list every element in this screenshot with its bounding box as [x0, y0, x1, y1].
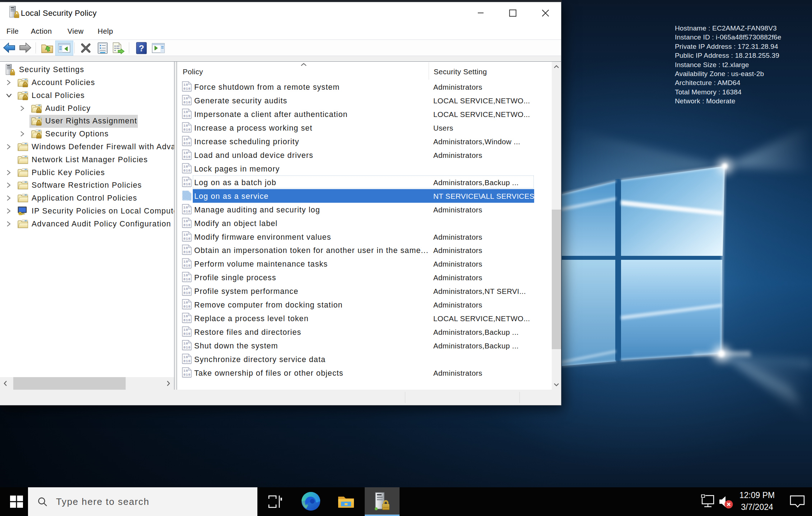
- svg-text:10: 10: [183, 355, 188, 359]
- svg-text:10: 10: [183, 151, 188, 155]
- svg-text:010: 010: [183, 182, 191, 186]
- svg-text:10: 10: [183, 137, 188, 141]
- svg-text:10: 10: [183, 314, 188, 318]
- svg-text:010: 010: [183, 87, 191, 91]
- svg-text:10: 10: [183, 233, 188, 237]
- svg-text:010: 010: [183, 264, 191, 268]
- svg-text:010: 010: [183, 210, 191, 214]
- svg-text:010: 010: [183, 237, 191, 241]
- svg-text:10: 10: [183, 273, 188, 277]
- svg-text:10: 10: [183, 301, 188, 305]
- svg-text:010: 010: [183, 332, 191, 336]
- svg-text:010: 010: [183, 223, 191, 227]
- svg-text:10: 10: [183, 83, 188, 87]
- svg-text:010: 010: [183, 155, 191, 159]
- svg-text:10: 10: [183, 178, 188, 182]
- svg-text:010: 010: [183, 169, 191, 173]
- svg-text:10: 10: [183, 110, 188, 114]
- svg-text:010: 010: [183, 318, 191, 322]
- svg-text:010: 010: [183, 305, 191, 309]
- svg-text:10: 10: [183, 328, 188, 332]
- svg-text:010: 010: [183, 346, 191, 350]
- svg-text:10: 10: [183, 260, 188, 264]
- svg-text:010: 010: [183, 128, 191, 132]
- svg-text:010: 010: [183, 277, 191, 281]
- svg-text:010: 010: [183, 373, 191, 377]
- svg-text:10: 10: [183, 342, 188, 346]
- svg-text:010: 010: [183, 114, 191, 118]
- svg-text:10: 10: [183, 287, 188, 291]
- svg-text:10: 10: [183, 206, 188, 210]
- svg-text:010: 010: [183, 359, 191, 363]
- svg-text:010: 010: [183, 291, 191, 295]
- svg-text:10: 10: [183, 97, 188, 100]
- svg-text:?: ?: [139, 43, 144, 53]
- svg-text:10: 10: [183, 246, 188, 250]
- svg-text:010: 010: [183, 141, 191, 145]
- svg-text:10: 10: [183, 124, 188, 128]
- svg-text:010: 010: [183, 250, 191, 254]
- svg-text:010: 010: [183, 100, 191, 104]
- svg-text:10: 10: [183, 165, 188, 169]
- svg-text:10: 10: [183, 369, 188, 373]
- svg-text:10: 10: [183, 219, 188, 223]
